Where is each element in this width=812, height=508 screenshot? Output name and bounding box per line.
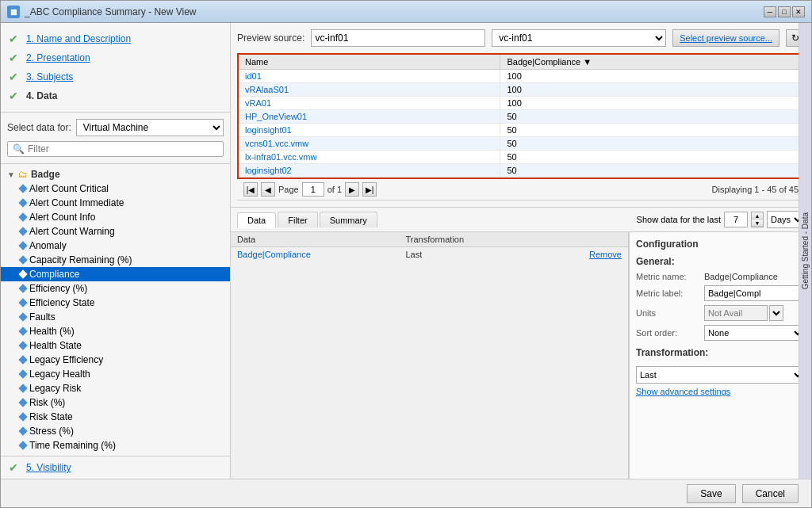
tab-summary[interactable]: Summary bbox=[320, 212, 377, 227]
tree-item-stress[interactable]: Stress (%) bbox=[1, 424, 230, 438]
col-badge-compliance[interactable]: Badge|Compliance ▼ bbox=[500, 55, 803, 70]
title-bar: ▦ _ABC Compliance Summary - New View ─ □… bbox=[1, 1, 811, 23]
main-content: ✔ 1. Name and Description ✔ 2. Presentat… bbox=[1, 23, 811, 479]
right-panel: Preview source: vc-inf01 Select preview … bbox=[231, 23, 811, 479]
tree-item-legacy-risk[interactable]: Legacy Risk bbox=[1, 381, 230, 395]
config-metric-name-value: Badge|Compliance bbox=[704, 272, 778, 281]
row-name: loginsight02 bbox=[239, 164, 500, 178]
page-next-btn[interactable]: ▶ bbox=[345, 182, 359, 197]
side-tab[interactable]: Getting Started - Data bbox=[799, 232, 811, 479]
preview-source-input[interactable] bbox=[311, 29, 485, 47]
config-sort-select[interactable]: None Ascending Descending bbox=[704, 325, 805, 341]
preview-source-dropdown[interactable]: vc-inf01 bbox=[492, 29, 666, 47]
show-data-row: Show data for the last ▲ ▼ Days bbox=[637, 211, 805, 228]
step-1-label[interactable]: 1. Name and Description bbox=[26, 33, 131, 44]
config-transformation-select[interactable]: Last First Max Min Average bbox=[636, 366, 805, 384]
config-units-input bbox=[704, 305, 768, 321]
tree-item-capacity-remaining[interactable]: Capacity Remaining (%) bbox=[1, 253, 230, 267]
tree-item-legacy-efficiency[interactable]: Legacy Efficiency bbox=[1, 353, 230, 367]
step-3-label[interactable]: 3. Subjects bbox=[26, 71, 73, 82]
step-1[interactable]: ✔ 1. Name and Description bbox=[1, 29, 230, 48]
config-metric-name-row: Metric name: Badge|Compliance bbox=[636, 272, 805, 281]
restore-btn[interactable]: □ bbox=[778, 6, 791, 17]
page-first-btn[interactable]: |◀ bbox=[243, 182, 258, 197]
filter-input[interactable] bbox=[28, 143, 218, 155]
tab-filter[interactable]: Filter bbox=[278, 212, 317, 227]
step-4-label[interactable]: 4. Data bbox=[26, 90, 57, 101]
data-table-row: Badge|Compliance Last Remove bbox=[231, 247, 628, 262]
tree-item-faults[interactable]: Faults bbox=[1, 310, 230, 324]
tree-item-risk-state[interactable]: Risk State bbox=[1, 410, 230, 424]
advanced-settings-link[interactable]: Show advanced settings bbox=[636, 387, 805, 396]
tree-item-health-state[interactable]: Health State bbox=[1, 338, 230, 353]
page-input[interactable] bbox=[302, 182, 324, 197]
row-name: HP_OneView01 bbox=[239, 110, 500, 124]
tree-item-compliance[interactable]: Compliance bbox=[1, 267, 230, 281]
tree-item-health[interactable]: Health (%) bbox=[1, 324, 230, 338]
tree-item-alert-count-critical[interactable]: Alert Count Critical bbox=[1, 181, 230, 196]
row-value: 100 bbox=[500, 97, 803, 110]
tree-item-anomaly[interactable]: Anomaly bbox=[1, 239, 230, 253]
step-2-label[interactable]: 2. Presentation bbox=[26, 52, 90, 63]
step-2-check: ✔ bbox=[9, 52, 21, 64]
app-icon: ▦ bbox=[7, 6, 20, 18]
tree-expand-icon[interactable]: ▼ bbox=[7, 170, 15, 179]
spinner-up-btn[interactable]: ▲ bbox=[752, 212, 763, 220]
save-button[interactable]: Save bbox=[687, 484, 735, 503]
row-value: 100 bbox=[500, 83, 803, 97]
side-tab-text: Getting Started - Data bbox=[801, 232, 810, 289]
step-5-label[interactable]: 5. Visibility bbox=[26, 462, 71, 473]
minimize-btn[interactable]: ─ bbox=[764, 6, 776, 17]
diamond-icon bbox=[18, 369, 27, 378]
units-dropdown[interactable] bbox=[769, 305, 783, 321]
page-last-btn[interactable]: ▶| bbox=[362, 182, 377, 197]
row-name: vcns01.vcc.vmw bbox=[239, 137, 500, 151]
tree-item-legacy-health[interactable]: Legacy Health bbox=[1, 367, 230, 381]
window-controls[interactable]: ─ □ ✕ bbox=[764, 6, 805, 17]
tree-item-risk[interactable]: Risk (%) bbox=[1, 395, 230, 410]
tree-item-alert-count-warning[interactable]: Alert Count Warning bbox=[1, 224, 230, 239]
tree-root-label: Badge bbox=[31, 169, 60, 180]
select-preview-source-btn[interactable]: Select preview source... bbox=[672, 29, 779, 47]
diamond-icon bbox=[18, 312, 27, 321]
diamond-icon bbox=[18, 255, 27, 264]
tree-item-time-remaining[interactable]: Time Remaining (%) bbox=[1, 438, 230, 453]
diamond-icon bbox=[18, 198, 27, 207]
step-5-check: ✔ bbox=[9, 461, 21, 474]
config-transformation-title: Transformation: bbox=[636, 347, 805, 358]
page-prev-btn[interactable]: ◀ bbox=[261, 182, 275, 197]
data-select-label: Select data for: bbox=[7, 122, 71, 133]
data-row-remove-btn[interactable]: Remove bbox=[574, 250, 622, 259]
filter-search-box[interactable]: 🔍 bbox=[7, 141, 224, 157]
row-name: vRAlaaS01 bbox=[239, 83, 500, 97]
step-5[interactable]: ✔ 5. Visibility bbox=[1, 456, 230, 479]
table-row: vcns01.vcc.vmw 50 bbox=[239, 137, 803, 151]
tab-data[interactable]: Data bbox=[237, 212, 276, 228]
tree-item-alert-count-info[interactable]: Alert Count Info bbox=[1, 210, 230, 224]
show-data-spinner[interactable]: ▲ ▼ bbox=[751, 212, 764, 227]
spinner-down-btn[interactable]: ▼ bbox=[752, 220, 763, 227]
steps-list: ✔ 1. Name and Description ✔ 2. Presentat… bbox=[1, 23, 230, 113]
diamond-icon bbox=[18, 212, 27, 221]
table-row: loginsight01 50 bbox=[239, 124, 803, 137]
config-metric-label-input[interactable] bbox=[704, 285, 811, 301]
table-row: HP_OneView01 50 bbox=[239, 110, 803, 124]
step-2[interactable]: ✔ 2. Presentation bbox=[1, 48, 230, 67]
diamond-icon bbox=[18, 441, 27, 449]
tree-item-efficiency-state[interactable]: Efficiency State bbox=[1, 296, 230, 310]
cancel-button[interactable]: Cancel bbox=[742, 484, 799, 503]
tree-item-alert-count-immediate[interactable]: Alert Count Immediate bbox=[1, 196, 230, 210]
diamond-icon bbox=[18, 227, 27, 235]
step-4[interactable]: ✔ 4. Data bbox=[1, 86, 230, 105]
close-btn[interactable]: ✕ bbox=[792, 6, 805, 17]
data-select-dropdown[interactable]: Virtual Machine bbox=[76, 119, 224, 136]
tree-item-efficiency[interactable]: Efficiency (%) bbox=[1, 281, 230, 296]
preview-table: Name Badge|Compliance ▼ id01 100 bbox=[239, 55, 803, 178]
data-col-header-transform: Transformation bbox=[406, 235, 575, 244]
step-3[interactable]: ✔ 3. Subjects bbox=[1, 67, 230, 86]
diamond-icon bbox=[18, 426, 27, 435]
diamond-icon bbox=[18, 355, 27, 364]
col-name[interactable]: Name bbox=[239, 55, 500, 70]
table-row: vRA01 100 bbox=[239, 97, 803, 110]
show-data-value-input[interactable] bbox=[724, 212, 748, 227]
